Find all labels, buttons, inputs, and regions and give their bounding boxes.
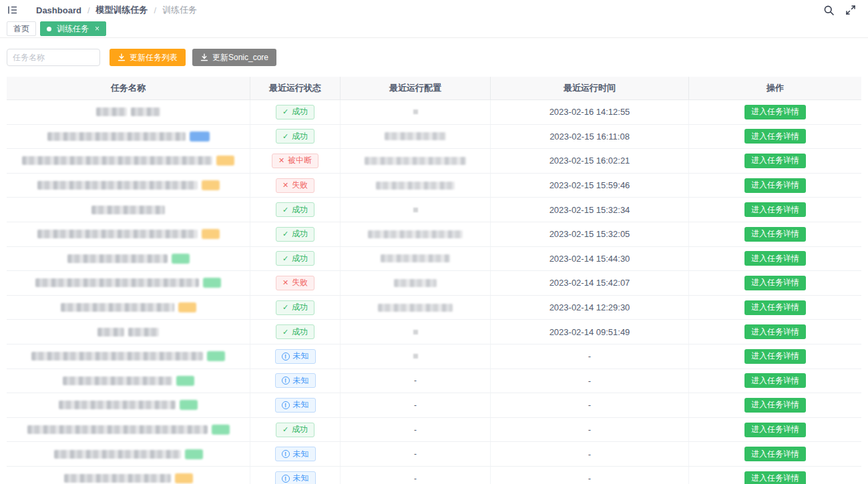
time-cell: 2023-02-15 16:11:08 [491,125,689,149]
config-cell [341,198,491,222]
time-cell: 2023-02-14 15:42:07 [491,271,689,295]
config-cell [341,100,491,124]
tab-close-icon[interactable]: × [95,25,99,33]
enter-task-detail-button[interactable]: 进入任务详情 [744,324,806,339]
time-cell: - [491,467,689,484]
status-icon: ✓ [282,328,288,336]
enter-task-detail-button[interactable]: 进入任务详情 [744,129,806,144]
fullscreen-icon[interactable] [845,5,856,15]
redacted-task-name [97,328,124,336]
status-icon: ! [282,450,290,458]
task-tag-green [172,254,190,264]
status-badge-unknown: ! 未知 [275,349,316,364]
enter-task-detail-button[interactable]: 进入任务详情 [744,227,806,242]
enter-task-detail-button[interactable]: 进入任务详情 [744,447,806,461]
task-name-input[interactable] [7,49,100,66]
redacted-config [365,157,466,165]
redacted-task-name [61,303,174,312]
table-row: ✕ 失败 2023-02-15 15:59:46 进入任务详情 [7,174,861,198]
enter-task-detail-button[interactable]: 进入任务详情 [744,349,806,364]
time-cell: 2023-02-15 15:59:46 [491,174,689,198]
update-sonic-core-button[interactable]: 更新Sonic_core [192,49,276,66]
status-icon: ✓ [282,133,288,140]
enter-task-detail-button[interactable]: 进入任务详情 [744,178,806,193]
status-badge-success: ✓ 成功 [276,202,314,217]
status-cell: ✓ 成功 [250,100,341,124]
task-name-cell [7,442,250,466]
config-cell: - [341,418,491,442]
enter-task-detail-button[interactable]: 进入任务详情 [744,251,806,266]
breadcrumb-model-training[interactable]: 模型训练任务 [96,4,148,16]
config-cell [341,222,491,246]
enter-task-detail-button[interactable]: 进入任务详情 [744,105,806,119]
time-cell: 2023-02-14 12:29:30 [491,296,689,320]
tab-home[interactable]: 首页 [7,21,36,36]
action-cell: 进入任务详情 [689,467,861,484]
config-cell [341,271,491,295]
time-cell: 2023-02-16 14:12:55 [491,100,689,124]
status-label: 被中断 [288,155,312,166]
tab-training-tasks[interactable]: 训练任务 × [40,21,106,36]
enter-task-detail-button[interactable]: 进入任务详情 [744,300,806,315]
config-cell [341,149,491,173]
redacted-config [378,304,453,312]
action-cell: 进入任务详情 [689,344,861,369]
enter-task-detail-button[interactable]: 进入任务详情 [744,202,806,217]
task-tag-blue [190,132,210,142]
task-tag-green [185,449,203,459]
config-cell [341,247,491,271]
status-icon: ! [282,352,290,360]
menu-collapse-icon[interactable] [7,4,19,16]
status-cell: ✓ 成功 [250,247,341,271]
status-badge-success: ✓ 成功 [276,423,314,437]
status-badge-failed: ✕ 失败 [276,178,314,193]
config-cell: - [341,369,491,393]
task-name-cell [7,320,250,344]
action-cell: 进入任务详情 [689,198,861,222]
search-icon[interactable] [823,5,835,16]
table-row: ✓ 成功 2023-02-14 15:44:30 进入任务详情 [7,247,861,272]
redacted-config [413,208,418,212]
action-cell: 进入任务详情 [689,296,861,320]
redacted-config [381,254,450,262]
task-name-cell [7,247,250,271]
task-tag-yellow [175,473,193,483]
redacted-task-name [22,156,212,165]
update-task-list-button[interactable]: 更新任务列表 [110,49,186,66]
table-row: ✓ 成功 2023-02-14 09:51:49 进入任务详情 [7,320,861,344]
status-cell: ! 未知 [250,344,341,369]
status-label: 未知 [293,473,309,484]
redacted-task-name [91,206,165,214]
status-icon: ✕ [282,279,288,286]
status-cell: ✓ 成功 [250,125,341,149]
breadcrumb-separator: / [81,5,96,15]
table-row: ✓ 成功 2023-02-15 15:32:34 进入任务详情 [7,198,861,222]
enter-task-detail-button[interactable]: 进入任务详情 [744,154,806,168]
redacted-config [368,230,463,238]
status-badge-unknown: ! 未知 [275,447,316,461]
status-cell: ! 未知 [250,442,341,466]
task-name-cell [7,174,250,198]
status-icon: ✕ [278,157,284,164]
status-badge-unknown: ! 未知 [275,398,316,413]
enter-task-detail-button[interactable]: 进入任务详情 [744,471,806,484]
time-cell: - [491,393,689,417]
action-cell: 进入任务详情 [689,442,861,466]
redacted-task-name [96,107,127,116]
enter-task-detail-button[interactable]: 进入任务详情 [744,423,806,437]
redacted-config [394,279,437,287]
enter-task-detail-button[interactable]: 进入任务详情 [744,276,806,290]
config-cell: - [341,393,491,417]
action-cell: 进入任务详情 [689,320,861,344]
enter-task-detail-button[interactable]: 进入任务详情 [744,373,806,388]
redacted-task-name [59,401,176,409]
config-cell [341,320,491,344]
status-badge-success: ✓ 成功 [276,129,314,144]
status-icon: ! [282,475,290,483]
status-icon: ✓ [282,304,288,311]
redacted-task-name [47,132,186,141]
status-cell: ✕ 失败 [250,271,341,295]
breadcrumb-dashboard[interactable]: Dashboard [36,5,81,15]
config-cell [341,125,491,149]
enter-task-detail-button[interactable]: 进入任务详情 [744,398,806,413]
